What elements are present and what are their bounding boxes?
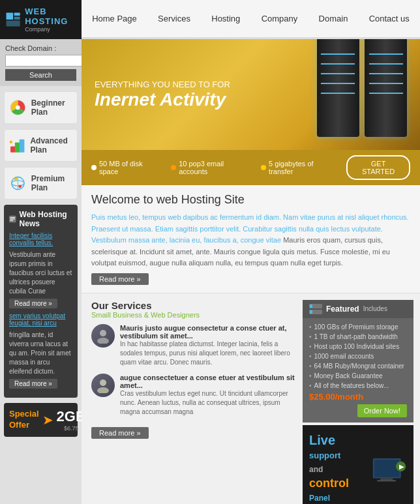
order-now-button[interactable]: Order Now! [357, 404, 407, 417]
featured-item-4: • 1000 email accounts [309, 353, 407, 360]
svg-point-22 [100, 379, 106, 386]
domain-row [5, 55, 76, 67]
hero-title: Inernet Activity [95, 89, 230, 110]
featured-item-7: • All of the features below... [309, 382, 407, 389]
svg-rect-4 [7, 21, 20, 27]
svg-rect-19 [10, 220, 14, 221]
beginner-plan-icon [8, 96, 27, 119]
featured-item-1: • 100 GBs of Premium storage [309, 323, 407, 331]
offer-label: Special Offer [9, 409, 39, 431]
nav-contact[interactable]: Contact us [361, 8, 417, 29]
news-text-2: fringilla ante, id viverra urna lacus at… [9, 331, 72, 376]
domain-label: Check Domain : [5, 44, 76, 52]
service-person-icon-2 [95, 378, 111, 393]
svg-rect-7 [10, 147, 16, 153]
svg-rect-9 [20, 140, 25, 153]
service-text-2: Cras vestibulum lectus eget nunc. Ut tin… [120, 389, 297, 417]
clearfix: $25.00/month Order Now! [309, 392, 407, 417]
featured-item-5: • 64 MB Ruby/Mongrat container [309, 363, 407, 370]
svg-point-21 [97, 338, 109, 344]
featured-item-6: • Money Back Guarantee [309, 372, 407, 379]
welcome-text: Puis metus leo, tempus web dapibus ac fe… [91, 212, 410, 269]
news-title: Web Hosting News [9, 210, 72, 228]
server-tower-2 [365, 39, 407, 137]
live-support-section: Live support and control Panel View Deta… [303, 425, 413, 504]
bullet-1 [91, 165, 97, 170]
featured-item-2: • 1 TB of shart-path bandwidth [309, 333, 407, 340]
advanced-plan-icon [8, 134, 26, 157]
bullet-2 [171, 165, 176, 170]
news-link-1[interactable]: Integer facilisis convallis tellus. [9, 232, 72, 246]
search-button[interactable]: Search [5, 69, 76, 81]
news-link-2[interactable]: sem varius volutpat feugiat, nisi arcu [9, 312, 72, 327]
svg-point-20 [100, 330, 106, 336]
svg-text:▶: ▶ [399, 464, 404, 471]
support-illustration: ▶ [370, 456, 407, 489]
hero-server-image [314, 39, 407, 139]
logo-main: WEB HOSTING [25, 7, 76, 26]
services-read-more[interactable]: Read more » [91, 427, 149, 439]
service-content-2: augue consectetuer a conse etuer at vest… [120, 374, 297, 417]
sidebar: Check Domain : Search Beginner Plan [0, 39, 82, 504]
logo-area: WEB HOSTING Company [0, 1, 82, 38]
welcome-section: Welcome to web Hosting Site Puis metus l… [82, 185, 420, 293]
service-avatar-2 [91, 374, 115, 397]
svg-rect-30 [380, 479, 393, 481]
service-title-2: augue consectetuer a conse etuer at vest… [120, 374, 297, 389]
news-read-more-1[interactable]: Read more » [9, 299, 57, 308]
plan-beginner[interactable]: Beginner Plan [4, 91, 78, 124]
logo-sub: Company [25, 26, 76, 33]
premium-plan-label: Premium Plan [31, 174, 73, 192]
nav-home[interactable]: Home Page [84, 8, 145, 29]
news-icon [9, 215, 16, 224]
svg-rect-8 [15, 142, 20, 152]
nav-domain[interactable]: Domain [311, 8, 356, 29]
svg-rect-18 [10, 218, 16, 219]
featured-server-icon [309, 304, 322, 314]
svg-rect-2 [14, 12, 20, 16]
news-text-1: Vestibulum ante ipsum primis in faucibus… [9, 250, 72, 296]
offer-arrow-icon: ➤ [42, 412, 53, 428]
main-nav: Home Page Services Hosting Company Domai… [82, 0, 420, 39]
hero-subtitle: EVERYTHING YOU NEED TO FOR [95, 80, 230, 89]
svg-rect-3 [14, 16, 20, 20]
service-item-1: Mauris justo augue consectetur a conse c… [91, 324, 297, 367]
featured-item-3: • Host upto 100 Individual sites [309, 343, 407, 350]
service-content-1: Mauris justo augue consectetur a conse c… [120, 324, 297, 367]
header: WEB HOSTING Company Home Page Services H… [0, 0, 420, 39]
service-title-1: Mauris justo augue consectetur a conse c… [120, 324, 297, 340]
featured-header: Featured Includes [303, 300, 413, 318]
plan-advanced[interactable]: Advanced Plan [4, 129, 78, 162]
svg-rect-1 [7, 12, 14, 20]
svg-point-23 [97, 387, 109, 393]
content-area: EVERYTHING YOU NEED TO FOR Inernet Activ… [82, 39, 420, 504]
welcome-read-more[interactable]: Read more » [91, 273, 149, 285]
svg-rect-31 [377, 481, 396, 482]
live-support-label: Live support and control Panel [309, 432, 370, 504]
services-featured-row: Our Services Smaill Business & Web Desig… [82, 293, 420, 504]
service-avatar-1 [91, 324, 115, 348]
featured-body: • 100 GBs of Premium storage • 1 TB of s… [303, 318, 413, 422]
news-section: Web Hosting News Integer facilisis conva… [4, 205, 78, 398]
plan-premium[interactable]: Premium Plan [4, 167, 78, 200]
services-title: Our Services [91, 300, 297, 311]
service-text-1: In hac habitasse platea dictumst. Intege… [120, 340, 297, 367]
news-read-more-2[interactable]: Read more » [9, 379, 57, 389]
logo-icon [5, 9, 21, 30]
nav-hosting[interactable]: Hosting [203, 8, 248, 29]
get-started-button[interactable]: GET STARTED [346, 155, 410, 180]
featured-price: $25.00/month [309, 392, 363, 402]
beginner-plan-label: Beginner Plan [31, 98, 73, 117]
hero-features-bar: 50 MB of disk space 10 pop3 email accoun… [82, 150, 420, 185]
special-offer: Special Offer ➤ 2GB $6.75 [4, 403, 78, 437]
domain-check-section: Check Domain : Search [0, 39, 82, 86]
hero-feature-2: 10 pop3 email accounts [171, 160, 248, 175]
premium-plan-icon [8, 171, 27, 195]
nav-services[interactable]: Services [150, 8, 198, 29]
welcome-title: Welcome to web Hosting Site [91, 193, 410, 207]
nav-company[interactable]: Company [254, 8, 306, 29]
bullet-3 [261, 165, 266, 170]
svg-rect-25 [310, 304, 312, 308]
svg-rect-29 [374, 460, 400, 477]
main-wrapper: Check Domain : Search Beginner Plan [0, 39, 420, 504]
